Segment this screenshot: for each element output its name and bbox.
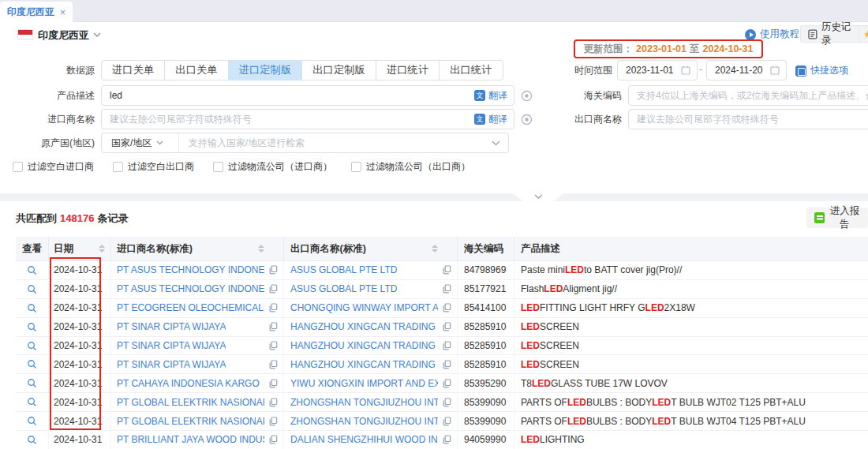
product-desc-input[interactable]: led 文 翻译 xyxy=(101,85,514,106)
translate-button[interactable]: 文 翻译 xyxy=(474,113,507,126)
copy-icon[interactable] xyxy=(269,341,278,350)
exporter-link[interactable]: HANGZHOU XINGCAN TRADING CO LTD xyxy=(290,340,438,351)
copy-icon[interactable] xyxy=(269,417,278,426)
importer-link[interactable]: PT ASUS TECHNOLOGY INDONESIA BA... xyxy=(117,264,264,275)
hs-code-input[interactable]: 支持4位以上海关编码，或2位海关编码加上产品描述、企业名称的任意信息 xyxy=(628,85,868,106)
product-desc-cell: LED SCREEN xyxy=(514,355,868,373)
origin-country-input[interactable]: 国家/地区 支持输入国家/地区进行检索 xyxy=(101,133,509,153)
origin-type-select[interactable]: 国家/地区 xyxy=(102,133,179,152)
table-row: 2024-10-31 PT SINAR CIPTA WIJAYA HANGZHO… xyxy=(16,318,868,337)
sort-icon[interactable] xyxy=(99,245,105,253)
product-desc-cell: T8 LED GLASS TUBE 17W LOVOV xyxy=(514,374,868,392)
copy-icon[interactable] xyxy=(269,284,278,294)
copy-icon[interactable] xyxy=(443,303,451,312)
importer-link[interactable]: PT SINAR CIPTA WIJAYA xyxy=(117,359,226,370)
copy-icon[interactable] xyxy=(269,379,278,388)
copy-icon[interactable] xyxy=(443,417,451,426)
checkbox-filter-logistics-importer[interactable]: 过滤物流公司（进口商） xyxy=(213,160,332,174)
checkbox-filter-logistics-exporter[interactable]: 过滤物流公司（出口商） xyxy=(351,160,470,174)
exporter-link[interactable]: CHONGQING WINWAY IMPORT AND E... xyxy=(290,302,438,313)
copy-icon[interactable] xyxy=(443,284,451,294)
exporter-link[interactable]: ZHONGSHAN TONGJIUZHOU INTERNA... xyxy=(290,416,438,427)
checkbox-filter-blank-exporter[interactable]: 过滤空白出口商 xyxy=(113,160,194,174)
importer-link[interactable]: PT SINAR CIPTA WIJAYA xyxy=(117,340,226,351)
exporter-cell: DALIAN SHENGZHIHUI WOOD INDUST... xyxy=(284,431,458,449)
magnifier-icon[interactable] xyxy=(27,435,37,445)
target-circle-icon[interactable] xyxy=(521,90,533,102)
date-to-input[interactable]: 2024-11-20 xyxy=(706,60,787,80)
copy-icon[interactable] xyxy=(443,360,451,369)
exporter-link[interactable]: DALIAN SHENGZHIHUI WOOD INDUST... xyxy=(290,434,438,445)
magnifier-icon[interactable] xyxy=(27,284,37,294)
tab-indonesia[interactable]: 印度尼西亚 × xyxy=(0,2,73,22)
segment-export-declaration[interactable]: 出口关单 xyxy=(164,60,228,80)
importer-input[interactable]: 建议去除公司尾部字符或特殊符号 文 翻译 xyxy=(101,109,514,129)
view-cell xyxy=(16,337,49,355)
copy-icon[interactable] xyxy=(269,398,278,407)
copy-icon[interactable] xyxy=(269,360,278,369)
quick-options-button[interactable]: 快捷选项 xyxy=(795,64,848,77)
segment-import-declaration[interactable]: 进口关单 xyxy=(101,60,165,80)
exporter-link[interactable]: ASUS GLOBAL PTE LTD xyxy=(290,264,397,275)
translate-button[interactable]: 文 翻译 xyxy=(474,89,507,103)
copy-icon[interactable] xyxy=(269,435,278,444)
exporter-link[interactable]: ASUS GLOBAL PTE LTD xyxy=(290,283,397,294)
importer-link[interactable]: PT ASUS TECHNOLOGY INDONESIA BA... xyxy=(117,283,264,294)
importer-placeholder: 建议去除公司尾部字符或特殊符号 xyxy=(110,113,252,126)
tutorial-label: 使用教程 xyxy=(760,28,799,41)
segment-export-stats[interactable]: 出口统计 xyxy=(439,60,503,80)
importer-link[interactable]: PT CAHAYA INDONESIA KARGO xyxy=(117,378,260,389)
product-desc-cell: PARTS OF LED BULBS : BODY LED T BULB WJT… xyxy=(514,393,868,411)
checkbox-filter-blank-importer[interactable]: 过滤空白进口商 xyxy=(13,160,94,174)
segment-import-custom[interactable]: 进口定制版 xyxy=(228,60,303,80)
importer-link[interactable]: PT SINAR CIPTA WIJAYA xyxy=(117,321,226,332)
importer-link[interactable]: PT GLOBAL ELEKTRIK NASIONAL xyxy=(117,416,264,427)
copy-icon[interactable] xyxy=(443,341,451,350)
importer-link[interactable]: PT BRILLIANT JAYA WOOD INDUSTRY xyxy=(117,434,264,445)
target-circle-icon[interactable] xyxy=(521,114,533,125)
view-cell xyxy=(16,355,49,373)
tab-close-icon[interactable]: × xyxy=(60,7,66,17)
segment-export-custom[interactable]: 出口定制版 xyxy=(301,60,376,80)
magnifier-icon[interactable] xyxy=(27,397,37,407)
magnifier-icon[interactable] xyxy=(27,359,37,369)
date-cell: 2024-10-31 xyxy=(49,280,110,298)
column-date[interactable]: 日期 xyxy=(49,237,110,260)
exporter-link[interactable]: HANGZHOU XINGCAN TRADING CO LTD xyxy=(290,321,438,332)
copy-icon[interactable] xyxy=(269,265,278,275)
magnifier-icon[interactable] xyxy=(27,341,37,351)
exporter-link[interactable]: YIWU XIONGXIN IMPORT AND EXPORT... xyxy=(290,378,438,389)
exporter-link[interactable]: ZHONGSHAN TONGJIUZHOU INTERNA... xyxy=(290,397,438,408)
segment-import-stats[interactable]: 进口统计 xyxy=(376,60,440,80)
copy-icon[interactable] xyxy=(443,435,451,444)
magnifier-icon[interactable] xyxy=(27,265,37,275)
quick-options-icon xyxy=(795,65,806,77)
magnifier-icon[interactable] xyxy=(27,322,37,332)
copy-icon[interactable] xyxy=(443,379,451,388)
exporter-link[interactable]: HANGZHOU XINGCAN TRADING CO LTD xyxy=(290,359,438,370)
magnifier-icon[interactable] xyxy=(27,416,37,426)
importer-link[interactable]: PT ECOGREEN OLEOCHEMICALS xyxy=(117,302,264,313)
copy-icon[interactable] xyxy=(269,303,278,312)
enter-report-button[interactable]: 进入报告 xyxy=(806,208,868,228)
product-desc-cell: LED FITTING LIGHT HRFY G LED 2X18W xyxy=(514,299,868,317)
copy-icon[interactable] xyxy=(269,322,278,331)
sort-icon[interactable] xyxy=(258,245,264,253)
country-selector-label[interactable]: 印度尼西亚 xyxy=(38,28,89,43)
copy-icon[interactable] xyxy=(443,322,451,331)
exporter-cell: ASUS GLOBAL PTE LTD xyxy=(284,261,458,279)
column-importer[interactable]: 进口商名称(标准) xyxy=(110,237,284,260)
sort-icon[interactable] xyxy=(432,245,438,253)
quick-options-label: 快捷选项 xyxy=(810,64,848,77)
exporter-input[interactable]: 建议去除公司尾部字符或特殊符号 xyxy=(628,109,868,129)
magnifier-icon[interactable] xyxy=(27,303,37,313)
column-exporter[interactable]: 出口商名称(标准) xyxy=(284,237,458,260)
date-from-input[interactable]: 2023-11-01 xyxy=(617,60,698,80)
chevron-down-icon[interactable] xyxy=(93,32,101,37)
copy-icon[interactable] xyxy=(443,265,451,275)
copy-icon[interactable] xyxy=(443,398,451,407)
importer-link[interactable]: PT GLOBAL ELEKTRIK NASIONAL xyxy=(117,397,264,408)
favorite-button[interactable]: ★ xyxy=(859,25,868,43)
product-desc-cell: Flash LED Aligment jig// xyxy=(514,280,868,298)
magnifier-icon[interactable] xyxy=(27,378,37,388)
